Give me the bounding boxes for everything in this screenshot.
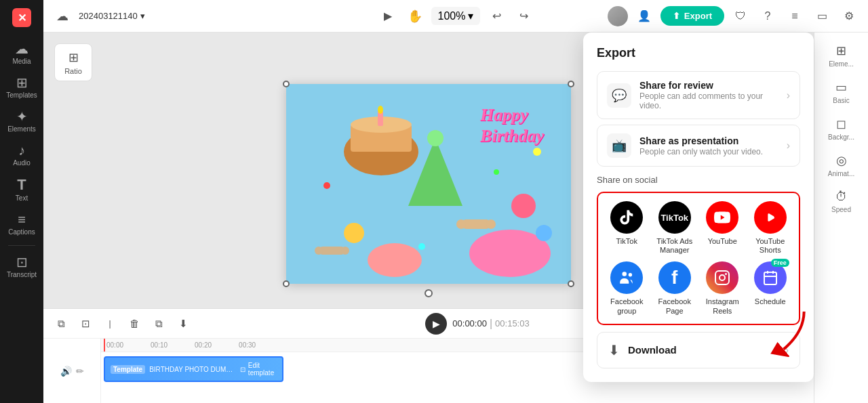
cloud-save-btn[interactable]: ☁ bbox=[52, 5, 73, 27]
volume-btn[interactable]: 🔊 bbox=[60, 366, 72, 377]
instagram-icon bbox=[706, 261, 738, 294]
sidebar-label-transcript: Transcript bbox=[7, 271, 37, 278]
svg-point-10 bbox=[427, 130, 443, 146]
panels-icon[interactable]: ▭ bbox=[811, 5, 833, 27]
right-sidebar-item-animate[interactable]: ◎ Animat... bbox=[818, 148, 865, 183]
svg-point-29 bbox=[719, 275, 725, 280]
share-review-option[interactable]: 💬 Share for review People can add commen… bbox=[597, 71, 800, 119]
right-basic-label: Basic bbox=[833, 97, 849, 104]
help-icon[interactable]: ? bbox=[757, 5, 778, 27]
time-total: 00:15:03 bbox=[495, 318, 530, 328]
share-review-desc: People can add comments to your video. bbox=[639, 91, 778, 110]
time-current: 00:00:00 bbox=[452, 318, 487, 328]
sidebar-item-captions[interactable]: ≡ Captions bbox=[3, 209, 40, 240]
right-speed-label: Speed bbox=[831, 206, 851, 213]
redo-btn[interactable]: ↪ bbox=[513, 5, 534, 27]
sidebar-item-text[interactable]: T Text bbox=[3, 173, 40, 206]
split-btn[interactable]: | bbox=[100, 314, 119, 333]
download-clip-btn[interactable]: ⬇ bbox=[174, 314, 193, 333]
ratio-label: Ratio bbox=[64, 67, 82, 75]
edit-btn[interactable]: ✏ bbox=[76, 366, 84, 377]
svg-text:✕: ✕ bbox=[18, 12, 26, 24]
export-label: Export bbox=[684, 11, 712, 21]
settings-icon[interactable]: ⚙ bbox=[838, 5, 860, 27]
svg-point-19 bbox=[418, 243, 425, 250]
right-background-icon: ◻ bbox=[836, 116, 846, 131]
social-youtube[interactable]: YouTube bbox=[702, 201, 743, 255]
youtube-icon bbox=[706, 201, 738, 234]
project-name: 202403121140 ▾ bbox=[79, 11, 145, 21]
app-logo[interactable]: ✕ bbox=[9, 5, 34, 30]
captions-icon: ≡ bbox=[18, 213, 26, 226]
canvas-handle-tl[interactable] bbox=[283, 81, 290, 87]
canvas[interactable]: Happy Birthday bbox=[286, 84, 571, 284]
transcript-icon: ⊡ bbox=[16, 255, 28, 269]
youtube-shorts-icon bbox=[754, 201, 787, 234]
crop-btn[interactable]: ⊡ bbox=[76, 314, 95, 333]
social-tiktok-ads[interactable]: TikTok TikTok Ads Manager bbox=[654, 201, 696, 255]
social-platforms-grid: TikTok TikTok TikTok Ads Manager YouTube bbox=[597, 192, 800, 325]
sidebar-item-elements[interactable]: ✦ Elements bbox=[3, 106, 40, 137]
share-presentation-icon: 📺 bbox=[607, 133, 631, 158]
play-button[interactable]: ▶ bbox=[425, 313, 447, 335]
social-instagram[interactable]: Instagram Reels bbox=[702, 261, 743, 315]
right-elements-icon: ⊞ bbox=[836, 43, 846, 58]
media-icon: ☁ bbox=[15, 42, 28, 56]
svg-point-25 bbox=[341, 247, 349, 255]
copy-clip-btn[interactable]: ⧉ bbox=[52, 314, 71, 333]
sidebar-item-transcript[interactable]: ⊡ Transcript bbox=[3, 251, 40, 282]
project-name-chevron[interactable]: ▾ bbox=[140, 11, 145, 21]
zoom-chevron-icon: ▾ bbox=[468, 9, 473, 22]
tiktok-icon bbox=[610, 201, 643, 234]
social-youtube-shorts[interactable]: YouTube Shorts bbox=[750, 201, 791, 255]
facebook-group-label: Facebook group bbox=[606, 297, 648, 315]
sidebar-label-captions: Captions bbox=[8, 228, 35, 236]
right-sidebar-item-background[interactable]: ◻ Backgr... bbox=[818, 111, 865, 146]
delete-btn[interactable]: 🗑 bbox=[125, 314, 144, 333]
social-facebook-group[interactable]: Facebook group bbox=[606, 261, 648, 315]
social-tiktok[interactable]: TikTok bbox=[606, 201, 648, 255]
svg-point-17 bbox=[494, 169, 499, 175]
canvas-container: Happy Birthday bbox=[286, 84, 571, 284]
share-presentation-option[interactable]: 📺 Share as presentation People can only … bbox=[597, 125, 800, 167]
zoom-control[interactable]: 100% ▾ bbox=[431, 7, 481, 25]
right-sidebar-item-basic[interactable]: ▭ Basic bbox=[818, 75, 865, 110]
select-tool-btn[interactable]: ▶ bbox=[377, 5, 399, 27]
right-sidebar-item-elements[interactable]: ⊞ Eleme... bbox=[818, 38, 865, 73]
sidebar-label-audio: Audio bbox=[13, 159, 31, 167]
ratio-button[interactable]: ⊞ Ratio bbox=[54, 43, 92, 81]
right-sidebar: ⊞ Eleme... ▭ Basic ◻ Backgr... ◎ Animat.… bbox=[814, 33, 868, 403]
share-review-text: Share for review People can add comments… bbox=[639, 80, 778, 110]
svg-point-26 bbox=[623, 272, 627, 277]
arrange-btn[interactable]: ⧉ bbox=[149, 314, 168, 333]
list-icon[interactable]: ≡ bbox=[784, 5, 806, 27]
video-clip[interactable]: Template BIRTHDAY PHOTO DUMP-8PICTUR ⊡ E… bbox=[104, 356, 283, 382]
sidebar-item-media[interactable]: ☁ Media bbox=[3, 38, 40, 69]
canvas-handle-br[interactable] bbox=[568, 280, 574, 287]
canvas-handle-bl[interactable] bbox=[283, 280, 290, 287]
svg-rect-23 bbox=[320, 247, 344, 255]
export-button[interactable]: ⬆ Export bbox=[660, 6, 724, 26]
hand-tool-btn[interactable]: ✋ bbox=[404, 5, 426, 27]
undo-btn[interactable]: ↩ bbox=[486, 5, 507, 27]
sidebar-item-audio[interactable]: ♪ Audio bbox=[3, 140, 40, 171]
right-basic-icon: ▭ bbox=[835, 80, 847, 95]
user-avatar[interactable] bbox=[608, 6, 628, 26]
birthday-text: Happy Birthday bbox=[480, 104, 544, 146]
add-user-btn[interactable]: 👤 bbox=[633, 5, 655, 27]
canvas-rotate-handle[interactable] bbox=[425, 289, 433, 297]
templates-icon: ⊞ bbox=[16, 76, 28, 89]
right-sidebar-item-speed[interactable]: ⏱ Speed bbox=[818, 184, 865, 219]
right-animate-label: Animat... bbox=[828, 170, 854, 177]
svg-point-8 bbox=[378, 106, 383, 114]
social-facebook-page[interactable]: f Facebook Page bbox=[654, 261, 696, 315]
canvas-handle-tr[interactable] bbox=[568, 81, 574, 87]
svg-rect-31 bbox=[764, 272, 776, 284]
right-background-label: Backgr... bbox=[828, 133, 854, 141]
edit-template-area[interactable]: ⊡ Edit template bbox=[240, 362, 277, 377]
tiktok-ads-label: TikTok Ads Manager bbox=[654, 237, 696, 255]
svg-point-15 bbox=[344, 223, 364, 243]
sidebar-item-templates[interactable]: ⊞ Templates bbox=[3, 72, 40, 103]
sidebar-label-text: Text bbox=[16, 194, 28, 202]
shield-icon[interactable]: 🛡 bbox=[730, 5, 751, 27]
